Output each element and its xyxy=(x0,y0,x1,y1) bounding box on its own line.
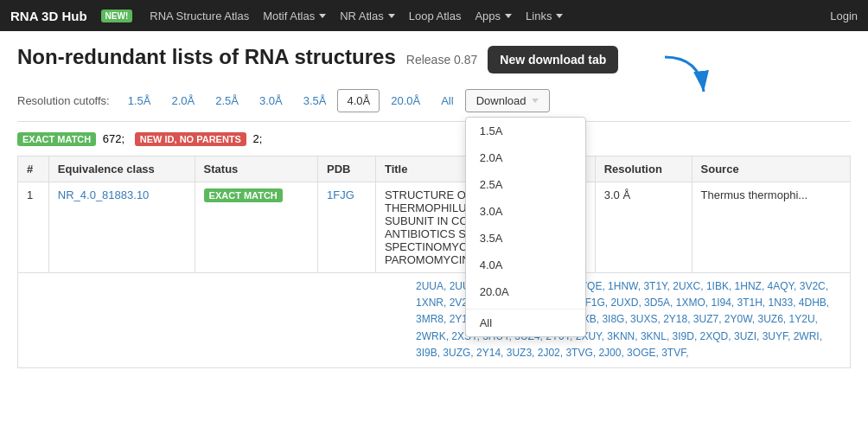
resolution-label: Resolution cutoffs: xyxy=(17,94,110,107)
res-tab-all[interactable]: All xyxy=(431,89,463,112)
download-item-4-0a[interactable]: 4.0A xyxy=(466,252,585,278)
cell-equiv-class[interactable]: NR_4.0_81883.10 xyxy=(48,182,195,273)
download-item-20-0a[interactable]: 20.0A xyxy=(466,278,585,305)
col-equiv-class: Equivalence class xyxy=(48,156,195,182)
links-caret xyxy=(556,14,563,18)
download-item-2-5a[interactable]: 2.5A xyxy=(466,171,585,198)
motif-atlas-dropdown[interactable]: Motif Atlas xyxy=(263,10,326,22)
download-tooltip: New download tab xyxy=(488,46,618,73)
table-header: # Equivalence class Status PDB Title Res… xyxy=(18,156,851,182)
pdb-link[interactable]: 1FJG xyxy=(327,188,354,201)
res-tab-4-0[interactable]: 4.0Å xyxy=(337,89,380,112)
page-content: Non-redundant lists of RNA structures Re… xyxy=(0,31,868,368)
links-dropdown[interactable]: Links xyxy=(526,10,563,22)
members-table: 2UUA, 2UUC, 1N32, 1IBL, 2UUB, 2VQE, 1HNW… xyxy=(17,272,851,368)
login-link[interactable]: Login xyxy=(830,10,858,22)
res-tab-3-5[interactable]: 3.5Å xyxy=(294,89,336,112)
table-row: 1 NR_4.0_81883.10 EXACT MATCH 1FJG STRUC… xyxy=(18,182,851,273)
table-body: 1 NR_4.0_81883.10 EXACT MATCH 1FJG STRUC… xyxy=(18,182,851,273)
col-number: # xyxy=(18,156,49,182)
equiv-class-link[interactable]: NR_4.0_81883.10 xyxy=(58,188,150,201)
nr-atlas-dropdown[interactable]: NR Atlas xyxy=(340,10,395,22)
members-cell: 2UUA, 2UUC, 1N32, 1IBL, 2UUB, 2VQE, 1HNW… xyxy=(18,272,851,367)
col-status: Status xyxy=(195,156,317,182)
res-tab-2-5[interactable]: 2.5Å xyxy=(206,89,248,112)
exact-match-badge: EXACT MATCH xyxy=(17,132,96,146)
res-tab-2-0[interactable]: 2.0Å xyxy=(162,89,204,112)
download-item-2-0a[interactable]: 2.0A xyxy=(466,144,585,171)
download-dropdown-container: Download 1.5A 2.0A 2.5A 3.0A 3.5A 4.0A 2… xyxy=(465,89,551,112)
data-table: # Equivalence class Status PDB Title Res… xyxy=(17,156,851,273)
download-item-all[interactable]: All xyxy=(466,309,585,336)
members-area: 2UUA, 2UUC, 1N32, 1IBL, 2UUB, 2VQE, 1HNW… xyxy=(17,272,851,368)
rna-structure-atlas-link[interactable]: RNA Structure Atlas xyxy=(150,10,249,22)
download-button[interactable]: Download xyxy=(465,89,551,112)
download-item-1-5a[interactable]: 1.5A xyxy=(466,118,585,144)
download-caret xyxy=(532,99,539,103)
new-badge: NEW! xyxy=(101,10,133,22)
res-tab-3-0[interactable]: 3.0Å xyxy=(250,89,292,112)
nr-atlas-caret xyxy=(388,14,395,18)
page-title: Non-redundant lists of RNA structures xyxy=(17,45,396,69)
cell-source: Thermus thermophi... xyxy=(692,182,850,273)
res-tab-1-5[interactable]: 1.5Å xyxy=(118,89,161,112)
cell-pdb[interactable]: 1FJG xyxy=(317,182,375,273)
cell-number: 1 xyxy=(18,182,49,273)
newid-count: 2; xyxy=(253,132,263,145)
match-counts: EXACT MATCH 672; NEW ID, NO PARENTS 2; xyxy=(17,132,851,145)
cell-resolution: 3.0 Å xyxy=(595,182,692,273)
download-item-3-5a[interactable]: 3.5A xyxy=(466,225,585,252)
motif-atlas-caret xyxy=(319,14,326,18)
res-tab-20-0[interactable]: 20.0Å xyxy=(381,89,430,112)
apps-caret xyxy=(505,14,512,18)
exact-match-count: 672; xyxy=(103,132,124,145)
top-navbar: RNA 3D Hub NEW! RNA Structure Atlas Moti… xyxy=(0,0,868,31)
loop-atlas-link[interactable]: Loop Atlas xyxy=(409,10,462,22)
members-row: 2UUA, 2UUC, 1N32, 1IBL, 2UUB, 2VQE, 1HNW… xyxy=(18,272,851,367)
status-badge: EXACT MATCH xyxy=(204,188,283,202)
cell-status: EXACT MATCH xyxy=(195,182,317,273)
apps-dropdown[interactable]: Apps xyxy=(475,10,512,22)
col-source: Source xyxy=(692,156,850,182)
resolution-bar: Resolution cutoffs: 1.5Å 2.0Å 2.5Å 3.0Å … xyxy=(17,89,851,122)
col-pdb: PDB xyxy=(317,156,375,182)
header-row: # Equivalence class Status PDB Title Res… xyxy=(18,156,851,182)
newid-badge: NEW ID, NO PARENTS xyxy=(135,132,246,146)
download-item-3-0a[interactable]: 3.0A xyxy=(466,198,585,225)
release-badge: Release 0.87 xyxy=(406,53,478,67)
site-brand[interactable]: RNA 3D Hub xyxy=(10,9,87,23)
download-dropdown-menu: 1.5A 2.0A 2.5A 3.0A 3.5A 4.0A 20.0A All xyxy=(465,117,586,337)
col-resolution: Resolution xyxy=(595,156,692,182)
page-title-row: Non-redundant lists of RNA structures Re… xyxy=(17,45,851,73)
